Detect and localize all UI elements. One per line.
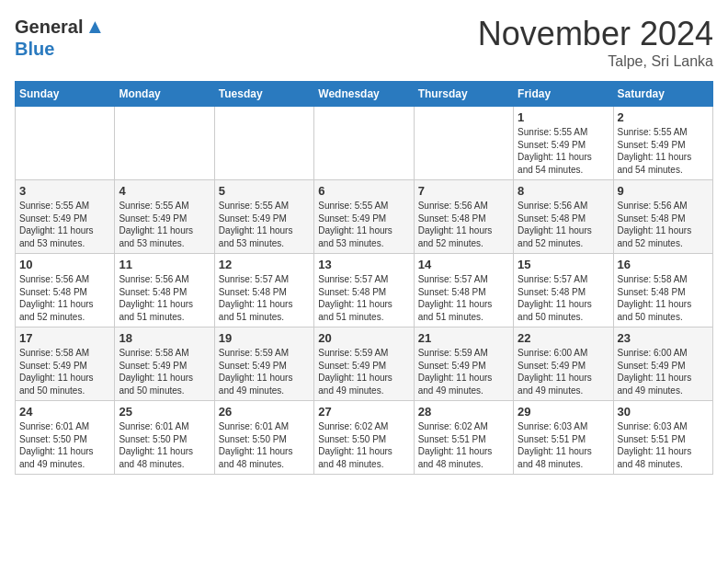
calendar-cell: 21Sunrise: 5:59 AM Sunset: 5:49 PM Dayli… — [414, 327, 513, 401]
logo-bird-icon: ▲ — [85, 15, 105, 39]
day-number: 7 — [418, 184, 509, 198]
calendar-cell: 17Sunrise: 5:58 AM Sunset: 5:49 PM Dayli… — [16, 327, 115, 401]
day-number: 3 — [19, 184, 110, 198]
page-header: General ▲ Blue November 2024 Talpe, Sri … — [15, 15, 713, 70]
calendar-week-row: 3Sunrise: 5:55 AM Sunset: 5:49 PM Daylig… — [16, 180, 713, 254]
day-info: Sunrise: 6:01 AM Sunset: 5:50 PM Dayligh… — [219, 420, 310, 470]
day-info: Sunrise: 5:55 AM Sunset: 5:49 PM Dayligh… — [618, 126, 709, 176]
day-number: 1 — [518, 110, 609, 124]
calendar-week-row: 10Sunrise: 5:56 AM Sunset: 5:48 PM Dayli… — [16, 254, 713, 327]
day-info: Sunrise: 6:02 AM Sunset: 5:51 PM Dayligh… — [418, 420, 509, 470]
day-info: Sunrise: 5:55 AM Sunset: 5:49 PM Dayligh… — [318, 200, 409, 249]
day-number: 11 — [119, 258, 210, 271]
day-info: Sunrise: 5:56 AM Sunset: 5:48 PM Dayligh… — [19, 273, 110, 323]
day-header-wednesday: Wednesday — [314, 82, 414, 107]
calendar-table: SundayMondayTuesdayWednesdayThursdayFrid… — [15, 81, 713, 475]
calendar-cell: 29Sunrise: 6:03 AM Sunset: 5:51 PM Dayli… — [514, 401, 613, 475]
logo-general-text: General — [15, 17, 83, 38]
day-number: 12 — [219, 258, 310, 271]
calendar-cell: 23Sunrise: 6:00 AM Sunset: 5:49 PM Dayli… — [613, 327, 712, 401]
day-info: Sunrise: 6:00 AM Sunset: 5:49 PM Dayligh… — [518, 347, 609, 396]
day-number: 18 — [119, 331, 210, 345]
day-number: 6 — [318, 184, 409, 198]
day-number: 9 — [618, 184, 709, 198]
day-header-sunday: Sunday — [16, 82, 115, 107]
logo: General ▲ Blue — [15, 15, 105, 60]
day-number: 30 — [618, 405, 709, 419]
location-subtitle: Talpe, Sri Lanka — [478, 53, 713, 70]
day-number: 15 — [518, 258, 609, 271]
day-info: Sunrise: 6:03 AM Sunset: 5:51 PM Dayligh… — [618, 420, 709, 470]
day-number: 21 — [418, 331, 509, 345]
calendar-cell: 28Sunrise: 6:02 AM Sunset: 5:51 PM Dayli… — [414, 401, 513, 475]
day-info: Sunrise: 5:59 AM Sunset: 5:49 PM Dayligh… — [219, 347, 310, 396]
day-number: 24 — [19, 405, 110, 419]
day-info: Sunrise: 5:55 AM Sunset: 5:49 PM Dayligh… — [219, 200, 310, 249]
day-info: Sunrise: 5:56 AM Sunset: 5:48 PM Dayligh… — [418, 200, 509, 249]
day-number: 28 — [418, 405, 509, 419]
day-info: Sunrise: 5:57 AM Sunset: 5:48 PM Dayligh… — [219, 273, 310, 323]
day-number: 26 — [219, 405, 310, 419]
calendar-cell: 18Sunrise: 5:58 AM Sunset: 5:49 PM Dayli… — [115, 327, 214, 401]
day-number: 8 — [518, 184, 609, 198]
day-info: Sunrise: 5:58 AM Sunset: 5:49 PM Dayligh… — [119, 347, 210, 396]
day-number: 16 — [618, 258, 709, 271]
day-header-friday: Friday — [514, 82, 613, 107]
calendar-cell: 11Sunrise: 5:56 AM Sunset: 5:48 PM Dayli… — [115, 254, 214, 327]
calendar-cell: 19Sunrise: 5:59 AM Sunset: 5:49 PM Dayli… — [214, 327, 313, 401]
calendar-cell: 14Sunrise: 5:57 AM Sunset: 5:48 PM Dayli… — [414, 254, 513, 327]
calendar-cell — [214, 107, 313, 180]
day-info: Sunrise: 6:01 AM Sunset: 5:50 PM Dayligh… — [119, 420, 210, 470]
day-number: 20 — [318, 331, 409, 345]
calendar-cell: 20Sunrise: 5:59 AM Sunset: 5:49 PM Dayli… — [314, 327, 414, 401]
day-info: Sunrise: 6:01 AM Sunset: 5:50 PM Dayligh… — [19, 420, 110, 470]
day-number: 14 — [418, 258, 509, 271]
calendar-header-row: SundayMondayTuesdayWednesdayThursdayFrid… — [16, 82, 713, 107]
day-info: Sunrise: 5:57 AM Sunset: 5:48 PM Dayligh… — [418, 273, 509, 323]
calendar-cell: 16Sunrise: 5:58 AM Sunset: 5:48 PM Dayli… — [613, 254, 712, 327]
day-info: Sunrise: 5:56 AM Sunset: 5:48 PM Dayligh… — [518, 200, 609, 249]
day-info: Sunrise: 5:59 AM Sunset: 5:49 PM Dayligh… — [318, 347, 409, 396]
calendar-cell: 6Sunrise: 5:55 AM Sunset: 5:49 PM Daylig… — [314, 180, 414, 254]
day-number: 27 — [318, 405, 409, 419]
day-header-saturday: Saturday — [613, 82, 712, 107]
day-number: 22 — [518, 331, 609, 345]
calendar-cell: 12Sunrise: 5:57 AM Sunset: 5:48 PM Dayli… — [214, 254, 313, 327]
calendar-cell: 26Sunrise: 6:01 AM Sunset: 5:50 PM Dayli… — [214, 401, 313, 475]
day-info: Sunrise: 6:03 AM Sunset: 5:51 PM Dayligh… — [518, 420, 609, 470]
day-info: Sunrise: 5:55 AM Sunset: 5:49 PM Dayligh… — [518, 126, 609, 176]
day-info: Sunrise: 5:57 AM Sunset: 5:48 PM Dayligh… — [518, 273, 609, 323]
day-info: Sunrise: 5:58 AM Sunset: 5:49 PM Dayligh… — [19, 347, 110, 396]
day-header-tuesday: Tuesday — [214, 82, 313, 107]
calendar-cell — [414, 107, 513, 180]
day-number: 29 — [518, 405, 609, 419]
day-info: Sunrise: 6:02 AM Sunset: 5:50 PM Dayligh… — [318, 420, 409, 470]
calendar-cell: 7Sunrise: 5:56 AM Sunset: 5:48 PM Daylig… — [414, 180, 513, 254]
calendar-cell: 9Sunrise: 5:56 AM Sunset: 5:48 PM Daylig… — [613, 180, 712, 254]
day-header-monday: Monday — [115, 82, 214, 107]
calendar-cell: 1Sunrise: 5:55 AM Sunset: 5:49 PM Daylig… — [514, 107, 613, 180]
calendar-cell: 27Sunrise: 6:02 AM Sunset: 5:50 PM Dayli… — [314, 401, 414, 475]
calendar-cell: 5Sunrise: 5:55 AM Sunset: 5:49 PM Daylig… — [214, 180, 313, 254]
calendar-week-row: 1Sunrise: 5:55 AM Sunset: 5:49 PM Daylig… — [16, 107, 713, 180]
calendar-cell — [115, 107, 214, 180]
day-number: 5 — [219, 184, 310, 198]
calendar-cell: 2Sunrise: 5:55 AM Sunset: 5:49 PM Daylig… — [613, 107, 712, 180]
calendar-week-row: 24Sunrise: 6:01 AM Sunset: 5:50 PM Dayli… — [16, 401, 713, 475]
day-info: Sunrise: 5:57 AM Sunset: 5:48 PM Dayligh… — [318, 273, 409, 323]
day-info: Sunrise: 5:58 AM Sunset: 5:48 PM Dayligh… — [618, 273, 709, 323]
day-number: 17 — [19, 331, 110, 345]
day-info: Sunrise: 5:56 AM Sunset: 5:48 PM Dayligh… — [618, 200, 709, 249]
day-header-thursday: Thursday — [414, 82, 513, 107]
calendar-cell: 22Sunrise: 6:00 AM Sunset: 5:49 PM Dayli… — [514, 327, 613, 401]
logo-blue-text: Blue — [15, 39, 54, 59]
calendar-cell: 30Sunrise: 6:03 AM Sunset: 5:51 PM Dayli… — [613, 401, 712, 475]
day-info: Sunrise: 5:55 AM Sunset: 5:49 PM Dayligh… — [119, 200, 210, 249]
calendar-cell: 13Sunrise: 5:57 AM Sunset: 5:48 PM Dayli… — [314, 254, 414, 327]
day-number: 23 — [618, 331, 709, 345]
day-number: 19 — [219, 331, 310, 345]
calendar-cell: 24Sunrise: 6:01 AM Sunset: 5:50 PM Dayli… — [16, 401, 115, 475]
day-number: 25 — [119, 405, 210, 419]
calendar-cell — [314, 107, 414, 180]
calendar-cell: 15Sunrise: 5:57 AM Sunset: 5:48 PM Dayli… — [514, 254, 613, 327]
